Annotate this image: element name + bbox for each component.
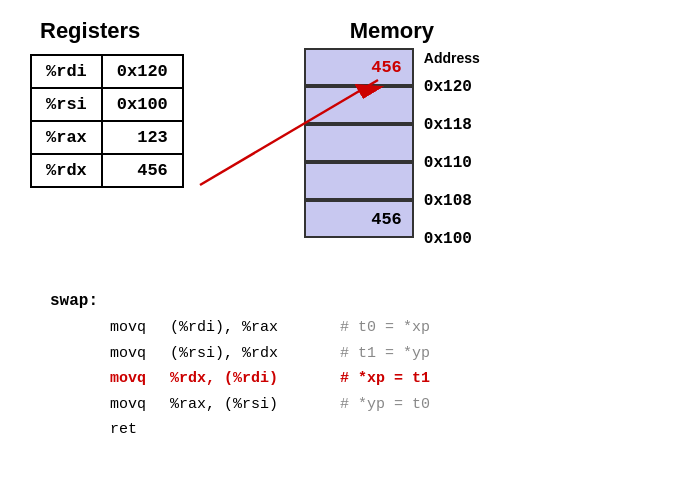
code-args: %rax, (%rsi) <box>170 392 340 418</box>
code-line: movq (%rdi), %rax # t0 = *xp <box>50 315 694 341</box>
memory-layout: 456456 Address0x1200x1180x1100x1080x100 <box>304 48 480 258</box>
register-row: %rax 123 <box>31 121 183 154</box>
code-args: (%rdi), %rax <box>170 315 340 341</box>
code-label-line: swap: <box>50 288 694 315</box>
top-section: Registers %rdi 0x120 %rsi 0x100 %rax 123… <box>0 0 694 258</box>
code-args: %rdx, (%rdi) <box>170 366 340 392</box>
code-comment: # t1 = *yp <box>340 341 430 367</box>
register-row: %rdi 0x120 <box>31 55 183 88</box>
code-instruction: movq <box>110 366 170 392</box>
register-row: %rsi 0x100 <box>31 88 183 121</box>
code-label: swap: <box>50 288 98 315</box>
reg-value: 0x120 <box>102 55 183 88</box>
code-instruction: movq <box>110 392 170 418</box>
memory-section: Memory 456456 Address0x1200x1180x1100x10… <box>304 18 480 258</box>
address-header: Address <box>424 48 480 68</box>
reg-value: 456 <box>102 154 183 187</box>
code-line: ret <box>50 417 694 443</box>
memory-cell: 456 <box>304 200 414 238</box>
memory-cell <box>304 162 414 200</box>
code-line: movq %rax, (%rsi) # *yp = t0 <box>50 392 694 418</box>
registers-section: Registers %rdi 0x120 %rsi 0x100 %rax 123… <box>30 18 184 188</box>
code-instr-ret: ret <box>110 417 137 443</box>
memory-address: 0x120 <box>424 68 480 106</box>
memory-cell <box>304 86 414 124</box>
memory-address: 0x100 <box>424 220 480 258</box>
registers-table: %rdi 0x120 %rsi 0x100 %rax 123 %rdx 456 <box>30 54 184 188</box>
code-instruction: movq <box>110 341 170 367</box>
code-args: (%rsi), %rdx <box>170 341 340 367</box>
reg-value: 123 <box>102 121 183 154</box>
memory-cell <box>304 124 414 162</box>
memory-cells: 456456 <box>304 48 414 238</box>
code-line: movq (%rsi), %rdx # t1 = *yp <box>50 341 694 367</box>
registers-title: Registers <box>40 18 140 44</box>
reg-name: %rdi <box>31 55 102 88</box>
code-section: swap: movq (%rdi), %rax # t0 = *xp movq … <box>50 288 694 443</box>
reg-name: %rax <box>31 121 102 154</box>
memory-addresses: Address0x1200x1180x1100x1080x100 <box>424 48 480 258</box>
memory-address: 0x110 <box>424 144 480 182</box>
code-comment: # *xp = t1 <box>340 366 430 392</box>
register-row: %rdx 456 <box>31 154 183 187</box>
code-comment: # t0 = *xp <box>340 315 430 341</box>
code-line: movq %rdx, (%rdi) # *xp = t1 <box>50 366 694 392</box>
memory-cell: 456 <box>304 48 414 86</box>
code-comment: # *yp = t0 <box>340 392 430 418</box>
reg-value: 0x100 <box>102 88 183 121</box>
reg-name: %rdx <box>31 154 102 187</box>
memory-address: 0x118 <box>424 106 480 144</box>
memory-title: Memory <box>304 18 480 44</box>
code-instruction: movq <box>110 315 170 341</box>
memory-address: 0x108 <box>424 182 480 220</box>
reg-name: %rsi <box>31 88 102 121</box>
